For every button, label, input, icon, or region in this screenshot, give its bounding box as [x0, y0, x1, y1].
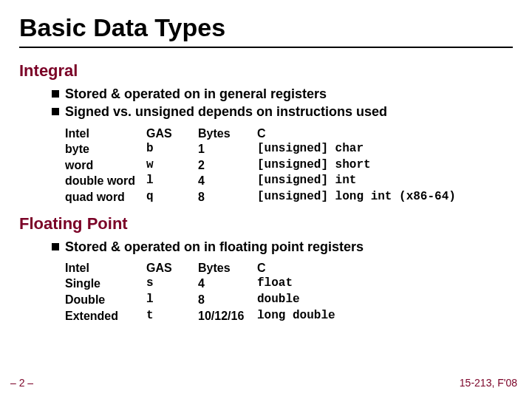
list-item: Stored & operated on in general register… [52, 85, 513, 103]
table-header: Intel GAS Bytes C [65, 260, 513, 276]
cell-bytes: 4 [198, 276, 257, 292]
cell-c: double [257, 292, 513, 308]
cell-intel: double word [65, 173, 146, 189]
cell-intel: Extended [65, 308, 146, 324]
col-c: C [257, 260, 513, 276]
cell-c: float [257, 276, 513, 292]
col-c: C [257, 126, 513, 142]
cell-bytes: 8 [198, 292, 257, 308]
title-rule [19, 47, 513, 48]
page-title: Basic Data Types [19, 13, 513, 42]
cell-gas: s [146, 276, 198, 292]
cell-c: [unsigned] long int (x86-64) [257, 189, 513, 205]
cell-gas: q [146, 189, 198, 205]
col-bytes: Bytes [198, 126, 257, 142]
table-row: Extended t 10/12/16 long double [65, 308, 513, 324]
fp-bullets: Stored & operated on in floating point r… [52, 238, 513, 256]
integral-bullets: Stored & operated on in general register… [52, 85, 513, 121]
cell-c: [unsigned] int [257, 173, 513, 189]
table-header: Intel GAS Bytes C [65, 126, 513, 142]
cell-bytes: 8 [198, 189, 257, 205]
bullet-icon [52, 108, 59, 115]
col-gas: GAS [146, 126, 198, 142]
list-item: Signed vs. unsigned depends on instructi… [52, 103, 513, 120]
cell-intel: byte [65, 141, 146, 157]
footer-text: 15-213, F'08 [460, 377, 517, 389]
cell-gas: l [146, 173, 198, 189]
col-intel: Intel [65, 260, 146, 276]
col-intel: Intel [65, 126, 146, 142]
table-row: quad word q 8 [unsigned] long int (x86-6… [65, 189, 513, 205]
bullet-icon [52, 90, 59, 98]
cell-gas: l [146, 292, 198, 308]
cell-intel: quad word [65, 189, 146, 205]
table-row: double word l 4 [unsigned] int [65, 173, 513, 189]
col-gas: GAS [146, 260, 198, 276]
section-integral-heading: Integral [19, 61, 513, 81]
table-row: byte b 1 [unsigned] char [65, 141, 513, 157]
cell-intel: Double [65, 292, 146, 308]
cell-bytes: 4 [198, 173, 257, 189]
slide: Basic Data Types Integral Stored & opera… [0, 0, 532, 399]
cell-c: long double [257, 308, 513, 324]
bullet-text: Stored & operated on in general register… [65, 86, 327, 101]
fp-table: Intel GAS Bytes C Single s 4 float Doubl… [65, 260, 513, 324]
col-bytes: Bytes [198, 260, 257, 276]
integral-table: Intel GAS Bytes C byte b 1 [unsigned] ch… [65, 126, 513, 205]
cell-bytes: 10/12/16 [198, 308, 257, 324]
cell-c: [unsigned] char [257, 141, 513, 157]
section-fp-heading: Floating Point [19, 214, 513, 233]
bullet-text: Stored & operated on in floating point r… [65, 239, 364, 254]
page-number: – 2 – [10, 377, 33, 389]
table-row: Single s 4 float [65, 276, 513, 292]
cell-gas: w [146, 157, 198, 174]
bullet-icon [52, 243, 59, 250]
table-row: Double l 8 double [65, 292, 513, 308]
cell-bytes: 2 [198, 157, 257, 174]
list-item: Stored & operated on in floating point r… [52, 238, 513, 256]
bullet-text: Signed vs. unsigned depends on instructi… [65, 104, 387, 119]
cell-intel: word [65, 157, 146, 174]
cell-intel: Single [65, 276, 146, 292]
table-row: word w 2 [unsigned] short [65, 157, 513, 174]
cell-gas: b [146, 141, 198, 157]
cell-c: [unsigned] short [257, 157, 513, 174]
cell-bytes: 1 [198, 141, 257, 157]
cell-gas: t [146, 308, 198, 324]
